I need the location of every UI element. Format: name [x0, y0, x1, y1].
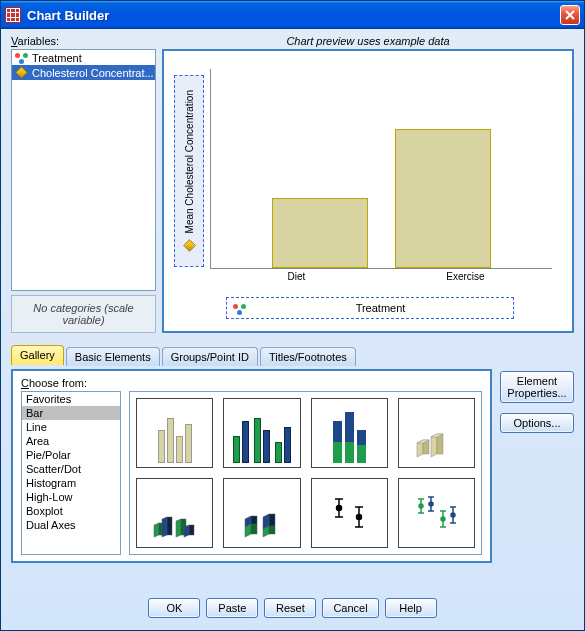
- tabs: Gallery Basic Elements Groups/Point ID T…: [11, 343, 574, 365]
- list-item[interactable]: Bar: [22, 406, 120, 420]
- y-axis-label: Mean Cholesterol Concentration: [184, 90, 195, 233]
- svg-point-15: [429, 502, 433, 506]
- errorbar-cluster-icon: [411, 493, 461, 533]
- preview-column: Chart preview uses example data Mean Cho…: [162, 35, 574, 333]
- variables-column: Variables: Treatment Cholesterol Concent…: [11, 35, 156, 333]
- plot-area: [210, 69, 552, 269]
- variables-label: Variables:: [11, 35, 156, 47]
- paste-button[interactable]: Paste: [206, 598, 258, 618]
- no-categories-panel: No categories (scale variable): [11, 295, 156, 333]
- x-axis-label: Treatment: [254, 302, 507, 314]
- close-button[interactable]: [560, 5, 580, 25]
- top-row: Variables: Treatment Cholesterol Concent…: [11, 35, 574, 333]
- nominal-icon: [233, 302, 246, 315]
- side-buttons: Element Properties... Options...: [500, 369, 574, 586]
- dialog-buttons: OK Paste Reset Cancel Help: [11, 590, 574, 624]
- scale-icon: [15, 66, 28, 79]
- x-axis-dropzone[interactable]: Treatment: [226, 297, 514, 319]
- ok-button[interactable]: OK: [148, 598, 200, 618]
- list-item[interactable]: Dual Axes: [22, 518, 120, 532]
- choose-from-label: Choose from:: [21, 377, 482, 389]
- tab-gallery[interactable]: Gallery: [11, 345, 64, 365]
- variable-label: Treatment: [32, 52, 82, 64]
- tab-titles-footnotes[interactable]: Titles/Footnotes: [260, 347, 356, 366]
- list-item[interactable]: Line: [22, 420, 120, 434]
- variable-item-treatment[interactable]: Treatment: [12, 50, 155, 65]
- bar-exercise: [395, 129, 490, 268]
- gallery-panel: Choose from: Favorites Bar Line Area Pie…: [11, 369, 492, 563]
- bar-diet: [272, 198, 367, 268]
- cancel-button[interactable]: Cancel: [322, 598, 378, 618]
- list-item[interactable]: Histogram: [22, 476, 120, 490]
- svg-point-11: [419, 504, 423, 508]
- tab-groups-point-id[interactable]: Groups/Point ID: [162, 347, 258, 366]
- bar3d-cluster-icon: [150, 503, 200, 543]
- list-item[interactable]: Scatter/Dot: [22, 462, 120, 476]
- element-properties-button[interactable]: Element Properties...: [500, 371, 574, 403]
- thumb-clustered-bar[interactable]: [223, 398, 300, 468]
- window-title: Chart Builder: [27, 8, 560, 23]
- thumb-stacked-bar[interactable]: [311, 398, 388, 468]
- help-button[interactable]: Help: [385, 598, 437, 618]
- list-item[interactable]: Area: [22, 434, 120, 448]
- lower-row: Choose from: Favorites Bar Line Area Pie…: [11, 369, 574, 586]
- thumb-clustered-3d-bar[interactable]: [136, 478, 213, 548]
- reset-button[interactable]: Reset: [264, 598, 316, 618]
- thumb-clustered-error-bar[interactable]: [398, 478, 475, 548]
- x-tick-exercise: Exercise: [381, 271, 550, 285]
- svg-point-19: [441, 517, 445, 521]
- variable-item-cholesterol[interactable]: Cholesterol Concentrat...: [12, 65, 155, 80]
- close-icon: [565, 10, 575, 20]
- list-item[interactable]: High-Low: [22, 490, 120, 504]
- thumb-simple-bar[interactable]: [136, 398, 213, 468]
- app-icon: [5, 7, 21, 23]
- dialog-body: Variables: Treatment Cholesterol Concent…: [1, 29, 584, 630]
- svg-point-23: [451, 513, 455, 517]
- x-tick-diet: Diet: [212, 271, 381, 285]
- bar3d-stack-icon: [237, 503, 287, 543]
- chart-builder-window: Chart Builder Variables: Treatment Chole…: [0, 0, 585, 631]
- list-item[interactable]: Boxplot: [22, 504, 120, 518]
- chart-area: Mean Cholesterol Concentration Diet Exer…: [208, 67, 554, 271]
- svg-point-7: [357, 515, 362, 520]
- svg-point-3: [337, 506, 342, 511]
- chart-type-list[interactable]: Favorites Bar Line Area Pie/Polar Scatte…: [21, 391, 121, 555]
- list-item[interactable]: Favorites: [22, 392, 120, 406]
- thumb-stacked-3d-bar[interactable]: [223, 478, 300, 548]
- variable-label: Cholesterol Concentrat...: [32, 67, 154, 79]
- nominal-icon: [15, 51, 28, 64]
- thumb-simple-error-bar[interactable]: [311, 478, 388, 548]
- errorbar-icon: [324, 493, 374, 533]
- list-item[interactable]: Pie/Polar: [22, 448, 120, 462]
- y-axis-dropzone[interactable]: Mean Cholesterol Concentration: [174, 75, 204, 267]
- chart-preview[interactable]: Mean Cholesterol Concentration Diet Exer…: [162, 49, 574, 333]
- scale-icon: [183, 239, 196, 252]
- thumb-3d-bar[interactable]: [398, 398, 475, 468]
- x-axis-ticks: Diet Exercise: [212, 271, 550, 285]
- options-button[interactable]: Options...: [500, 413, 574, 433]
- gallery-thumbnails: [129, 391, 482, 555]
- no-categories-text: No categories (scale variable): [14, 302, 153, 326]
- preview-label: Chart preview uses example data: [162, 35, 574, 47]
- tab-basic-elements[interactable]: Basic Elements: [66, 347, 160, 366]
- titlebar: Chart Builder: [1, 1, 584, 29]
- bar3d-icon: [411, 423, 461, 463]
- variables-list[interactable]: Treatment Cholesterol Concentrat...: [11, 49, 156, 291]
